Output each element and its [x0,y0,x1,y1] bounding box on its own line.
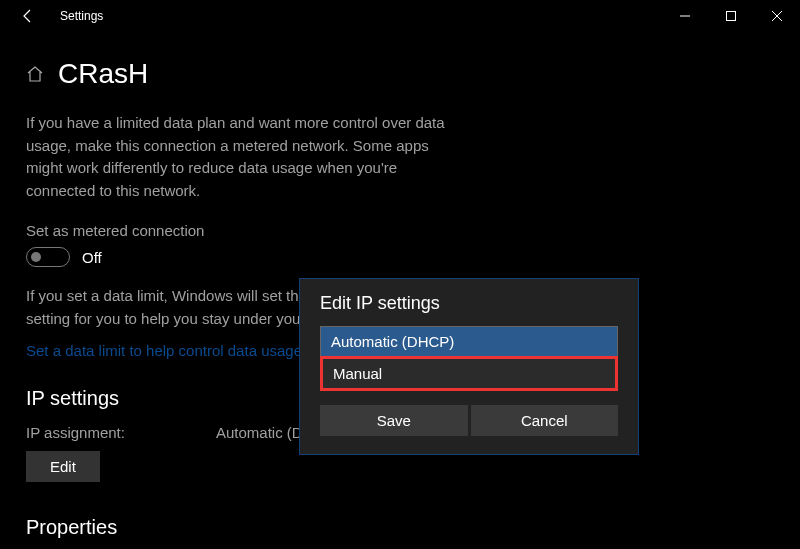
back-button[interactable] [18,6,38,26]
metered-toggle[interactable] [26,247,70,267]
maximize-button[interactable] [708,0,754,32]
minimize-button[interactable] [662,0,708,32]
save-button[interactable]: Save [320,405,468,436]
home-icon[interactable] [26,65,44,83]
ip-assignment-label: IP assignment: [26,424,216,441]
properties-heading: Properties [26,516,774,539]
svg-rect-1 [727,12,736,21]
cancel-button[interactable]: Cancel [471,405,619,436]
close-button[interactable] [754,0,800,32]
toggle-state-label: Off [82,249,102,266]
option-manual[interactable]: Manual [320,356,618,391]
metered-description: If you have a limited data plan and want… [26,112,466,202]
edit-ip-dialog: Edit IP settings Automatic (DHCP) Manual… [299,278,639,455]
page-title: CRasH [58,58,148,90]
window-title: Settings [60,9,103,23]
edit-button[interactable]: Edit [26,451,100,482]
option-automatic[interactable]: Automatic (DHCP) [321,327,617,357]
ip-mode-dropdown[interactable]: Automatic (DHCP) Manual [320,326,618,391]
dialog-title: Edit IP settings [320,293,618,314]
metered-label: Set as metered connection [26,222,774,239]
